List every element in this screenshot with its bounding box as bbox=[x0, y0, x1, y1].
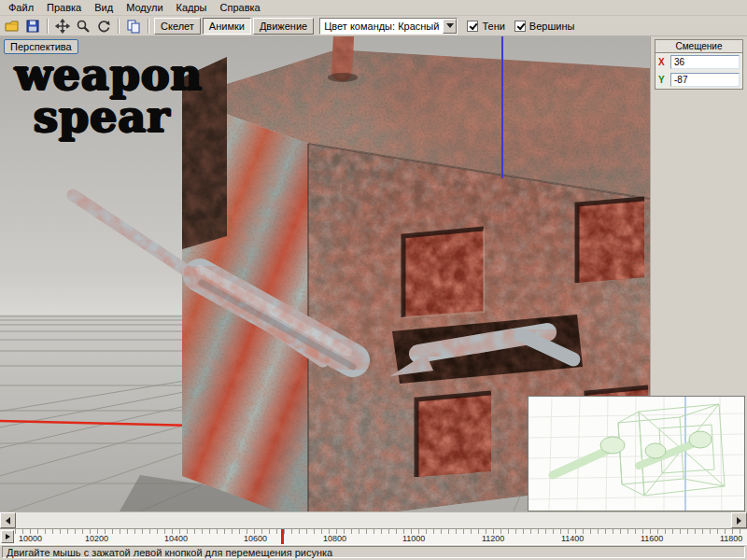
ruler-tick: 11600 bbox=[641, 534, 663, 543]
movement-mode-button[interactable]: Движение bbox=[253, 18, 314, 35]
skeleton-mode-button[interactable]: Скелет bbox=[154, 18, 201, 35]
vertices-checkbox[interactable]: Вершины bbox=[514, 21, 575, 32]
ruler-tick: 11400 bbox=[561, 534, 584, 543]
scrollbar-track[interactable] bbox=[16, 512, 731, 528]
menu-edit[interactable]: Правка bbox=[40, 1, 88, 14]
offset-x-input[interactable]: 36 bbox=[670, 55, 740, 69]
play-button[interactable] bbox=[1, 530, 14, 543]
open-button[interactable] bbox=[3, 18, 21, 35]
ruler-tick: 11000 bbox=[402, 534, 425, 543]
copy-pages-icon bbox=[126, 19, 141, 34]
ruler-tick: 11800 bbox=[720, 534, 742, 543]
team-color-value: Цвет команды: Красный bbox=[320, 21, 443, 32]
offset-panel: Смещение X 36 Y -87 bbox=[655, 39, 743, 90]
shadows-checkbox-box[interactable] bbox=[467, 21, 478, 32]
menu-view[interactable]: Вид bbox=[88, 1, 120, 14]
overlay-title: weapon spear bbox=[15, 54, 203, 138]
menu-file[interactable]: Файл bbox=[2, 1, 40, 14]
arrow-left-icon bbox=[6, 517, 10, 525]
ruler-tick: 10000 bbox=[19, 534, 42, 543]
status-bar: Двигайте мышь с зажатой левой кнопкой дл… bbox=[0, 544, 747, 560]
combobox-dropdown-button[interactable] bbox=[443, 19, 457, 34]
rotate-tool-button[interactable] bbox=[94, 18, 113, 35]
arrow-right-icon bbox=[737, 517, 741, 525]
save-button[interactable] bbox=[23, 18, 42, 35]
ruler-tickmarks bbox=[15, 529, 747, 534]
animations-mode-button[interactable]: Анимки bbox=[203, 18, 251, 35]
toolbar-separator bbox=[118, 19, 120, 34]
offset-row-x: X 36 bbox=[655, 53, 742, 71]
status-text: Двигайте мышь с зажатой левой кнопкой дл… bbox=[7, 547, 332, 558]
vertices-checkbox-label: Вершины bbox=[529, 21, 575, 32]
toolbar-separator bbox=[148, 19, 149, 34]
timeline-position-marker[interactable] bbox=[281, 529, 284, 544]
ruler-tick: 10200 bbox=[85, 534, 108, 543]
scroll-right-button[interactable] bbox=[731, 512, 747, 528]
chevron-down-icon bbox=[446, 23, 454, 28]
wireframe-preview-window[interactable] bbox=[528, 396, 745, 511]
team-color-combobox[interactable]: Цвет команды: Красный bbox=[319, 18, 458, 35]
horizontal-scrollbar[interactable] bbox=[0, 511, 747, 528]
save-floppy-icon bbox=[25, 19, 40, 34]
vertices-checkbox-box[interactable] bbox=[514, 21, 526, 32]
pan-tool-button[interactable] bbox=[53, 18, 72, 35]
ruler-tick: 10600 bbox=[244, 534, 267, 543]
axis-y-label: Y bbox=[658, 75, 668, 85]
timeline-ruler[interactable]: 10000 10200 10400 10600 10800 11000 1120… bbox=[0, 528, 747, 544]
toolbar: Скелет Анимки Движение Цвет команды: Кра… bbox=[0, 16, 747, 36]
offset-y-input[interactable]: -87 bbox=[670, 73, 740, 87]
ruler-tick: 10400 bbox=[164, 534, 188, 543]
play-icon bbox=[6, 534, 10, 539]
rotate-icon bbox=[96, 19, 111, 34]
menu-help[interactable]: Справка bbox=[214, 1, 267, 14]
overlay-title-line1: weapon bbox=[15, 54, 203, 96]
scroll-left-button[interactable] bbox=[0, 512, 16, 528]
copy-button[interactable] bbox=[124, 18, 143, 35]
zoom-magnifier-icon bbox=[76, 19, 91, 34]
toolbar-separator bbox=[47, 19, 49, 34]
perspective-view-button[interactable]: Перспектива bbox=[4, 39, 78, 54]
menu-frames[interactable]: Кадры bbox=[170, 1, 214, 14]
menu-bar: Файл Правка Вид Модули Кадры Справка bbox=[0, 0, 747, 16]
shadows-checkbox-label: Тени bbox=[482, 21, 504, 32]
ruler-tick: 10800 bbox=[323, 534, 346, 543]
offset-row-y: Y -87 bbox=[655, 71, 742, 89]
zoom-tool-button[interactable] bbox=[74, 18, 92, 35]
overlay-title-line2: spear bbox=[15, 96, 203, 138]
offset-panel-title: Смещение bbox=[655, 40, 742, 53]
ruler-tick: 11200 bbox=[482, 534, 504, 543]
axis-x-label: X bbox=[658, 57, 668, 67]
menu-modules[interactable]: Модули bbox=[120, 1, 169, 14]
open-folder-icon bbox=[5, 19, 20, 34]
shadows-checkbox[interactable]: Тени bbox=[467, 21, 504, 32]
pan-arrows-icon bbox=[55, 19, 70, 34]
